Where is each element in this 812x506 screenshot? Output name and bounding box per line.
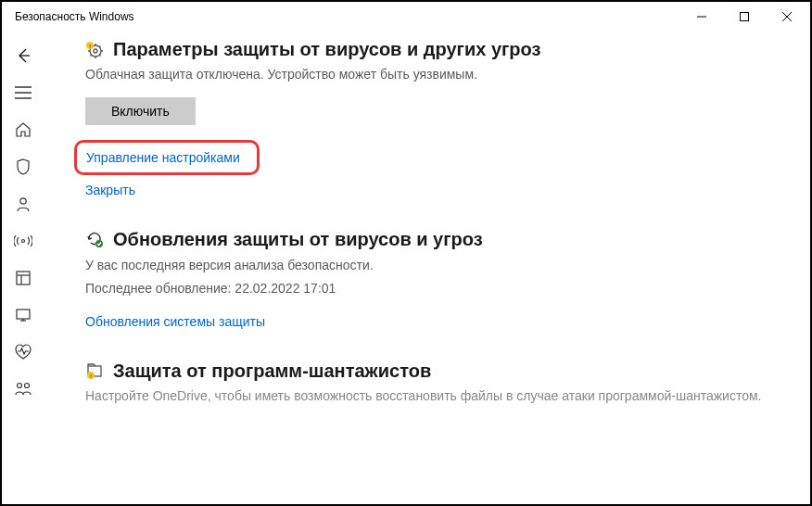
svg-point-9 (22, 240, 25, 243)
section-title: Обновления защиты от вирусов и угроз (113, 229, 483, 250)
device-security-icon[interactable] (5, 297, 42, 334)
app-control-icon[interactable] (5, 259, 42, 297)
shield-icon[interactable] (5, 148, 42, 185)
firewall-icon[interactable] (5, 222, 42, 259)
close-button[interactable] (766, 3, 808, 31)
section-description: Облачная защита отключена. Устройство мо… (85, 66, 773, 84)
window-title: Безопасность Windows (15, 10, 680, 23)
close-link[interactable]: Закрыть (85, 183, 135, 197)
section-protection-updates: Обновления защиты от вирусов и угроз У в… (85, 229, 773, 335)
enable-button[interactable]: Включить (85, 97, 196, 125)
svg-rect-1 (741, 13, 749, 21)
svg-point-16 (18, 384, 22, 388)
protection-updates-link[interactable]: Обновления системы защиты (85, 314, 265, 329)
svg-rect-10 (17, 272, 30, 285)
svg-rect-13 (17, 310, 30, 319)
home-icon[interactable] (5, 111, 42, 148)
titlebar: Безопасность Windows (2, 2, 810, 32)
section-ransomware: ! Защита от программ-шантажистов Настрой… (85, 361, 773, 406)
minimize-button[interactable] (680, 3, 723, 31)
svg-point-19 (94, 49, 97, 53)
maximize-button[interactable] (723, 3, 766, 31)
updates-status-text: У вас последняя версия анализа безопасно… (85, 256, 773, 275)
manage-settings-link[interactable]: Управление настройками (74, 140, 260, 175)
back-button[interactable] (5, 37, 42, 74)
section-description: Настройте OneDrive, чтобы иметь возможно… (85, 387, 773, 406)
device-health-icon[interactable] (5, 334, 42, 371)
refresh-check-icon (85, 230, 104, 248)
family-icon[interactable] (5, 371, 42, 408)
account-icon[interactable] (5, 185, 42, 222)
svg-point-17 (25, 384, 30, 388)
section-title: Параметры защиты от вирусов и других угр… (113, 39, 540, 60)
sidebar (2, 32, 44, 504)
folder-warning-icon: ! (85, 361, 104, 380)
svg-point-8 (20, 198, 26, 204)
updates-last-date: Последнее обновление: 22.02.2022 17:01 (85, 279, 773, 298)
gear-warning-icon: ! (85, 41, 104, 59)
section-title: Защита от программ-шантажистов (113, 361, 431, 382)
section-protection-settings: ! Параметры защиты от вирусов и других у… (85, 39, 773, 203)
main-content: ! Параметры защиты от вирусов и других у… (44, 32, 810, 504)
menu-button[interactable] (5, 74, 42, 111)
window-controls (680, 3, 808, 31)
